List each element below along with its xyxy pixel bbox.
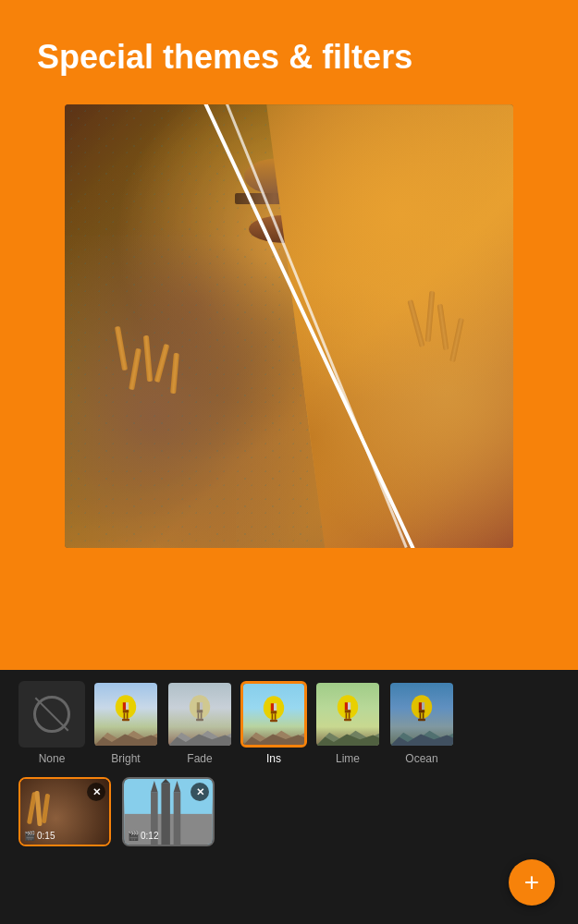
filter-item-ins[interactable]: Ins xyxy=(240,681,307,765)
mountain-bg xyxy=(316,728,379,746)
header: Special themes & filters xyxy=(0,0,578,95)
filter-item-lime[interactable]: Lime xyxy=(314,681,381,765)
clip-2-duration: 🎬 0:12 xyxy=(128,831,158,841)
mountain-bg xyxy=(390,728,453,746)
filter-label-fade: Fade xyxy=(187,752,212,765)
no-filter-icon xyxy=(33,696,70,733)
svg-rect-22 xyxy=(272,713,274,719)
svg-rect-13 xyxy=(198,713,200,719)
svg-rect-24 xyxy=(270,720,277,722)
svg-rect-49 xyxy=(174,792,181,845)
filter-item-ocean[interactable]: Ocean xyxy=(388,681,455,765)
svg-rect-4 xyxy=(124,713,126,719)
filter-fade-thumb xyxy=(166,681,233,748)
balloon-icon xyxy=(107,692,144,729)
filter-lime-thumb xyxy=(314,681,381,748)
svg-rect-40 xyxy=(420,713,422,719)
filter-item-bright[interactable]: Bright xyxy=(92,681,159,765)
svg-rect-41 xyxy=(423,713,424,719)
close-icon: ✕ xyxy=(92,786,101,798)
mountain-bg xyxy=(243,728,304,745)
filter-item-none[interactable]: None xyxy=(18,681,85,765)
svg-rect-23 xyxy=(275,713,277,719)
filter-label-bright: Bright xyxy=(111,752,140,765)
svg-rect-30 xyxy=(345,710,350,712)
bottom-panel: None xyxy=(0,670,578,924)
balloon-fade xyxy=(168,683,231,746)
filter-item-fade[interactable]: Fade xyxy=(166,681,233,765)
svg-rect-2 xyxy=(126,702,129,710)
svg-rect-39 xyxy=(419,710,424,712)
balloon-bright xyxy=(94,683,157,746)
svg-rect-19 xyxy=(271,703,274,711)
remove-clip-2-button[interactable]: ✕ xyxy=(191,783,209,801)
mountain-bg xyxy=(168,728,231,746)
food-image-bg xyxy=(65,104,513,548)
svg-rect-15 xyxy=(196,719,203,721)
svg-rect-10 xyxy=(197,702,200,710)
svg-marker-17 xyxy=(168,735,231,746)
video-icon: 🎬 xyxy=(128,831,139,841)
filter-label-lime: Lime xyxy=(336,752,360,765)
svg-marker-8 xyxy=(94,735,157,746)
svg-rect-33 xyxy=(344,719,351,721)
close-icon: ✕ xyxy=(196,786,204,798)
balloon-icon xyxy=(329,692,366,729)
filter-label-ocean: Ocean xyxy=(405,752,437,765)
balloon-lime xyxy=(316,683,379,746)
svg-marker-44 xyxy=(390,735,453,746)
main-image xyxy=(65,104,513,548)
filter-none-thumb xyxy=(18,681,85,748)
mountain-bg xyxy=(94,728,157,746)
svg-rect-6 xyxy=(122,719,129,721)
svg-marker-26 xyxy=(243,734,304,745)
svg-marker-35 xyxy=(316,735,379,746)
svg-rect-38 xyxy=(422,702,424,710)
svg-rect-31 xyxy=(346,713,348,719)
filter-ocean-thumb xyxy=(388,681,455,748)
filter-ins-thumb xyxy=(240,681,307,748)
svg-rect-12 xyxy=(197,710,203,712)
clip-row: ✕ 🎬 0:15 xyxy=(0,772,578,846)
page-title: Special themes & filters xyxy=(37,37,541,77)
add-clip-button[interactable]: + xyxy=(509,859,555,906)
svg-rect-14 xyxy=(201,713,203,719)
filter-row: None xyxy=(0,670,578,772)
svg-rect-1 xyxy=(123,702,126,710)
clip-1-duration: 🎬 0:15 xyxy=(24,831,55,841)
svg-rect-28 xyxy=(345,702,348,710)
svg-rect-37 xyxy=(419,702,422,710)
svg-rect-42 xyxy=(418,719,425,721)
remove-clip-1-button[interactable]: ✕ xyxy=(87,783,105,801)
svg-rect-3 xyxy=(123,710,129,712)
filter-label-none: None xyxy=(39,752,66,765)
svg-rect-5 xyxy=(127,713,129,719)
plus-icon: + xyxy=(524,869,539,895)
video-icon: 🎬 xyxy=(24,831,35,841)
balloon-ocean xyxy=(390,683,453,746)
balloon-ins xyxy=(243,684,304,745)
balloon-icon xyxy=(403,692,440,729)
balloon-icon xyxy=(255,693,292,730)
svg-rect-20 xyxy=(274,703,277,711)
balloon-icon xyxy=(181,692,218,729)
svg-rect-29 xyxy=(348,702,350,710)
clip-item-2[interactable]: ✕ 🎬 0:12 xyxy=(122,777,215,846)
svg-rect-21 xyxy=(271,711,277,713)
clip-item-1[interactable]: ✕ 🎬 0:15 xyxy=(18,777,111,846)
svg-rect-32 xyxy=(349,713,350,719)
filter-label-ins: Ins xyxy=(266,752,281,765)
svg-rect-11 xyxy=(200,702,203,710)
filter-bright-thumb xyxy=(92,681,159,748)
svg-rect-48 xyxy=(161,784,169,845)
